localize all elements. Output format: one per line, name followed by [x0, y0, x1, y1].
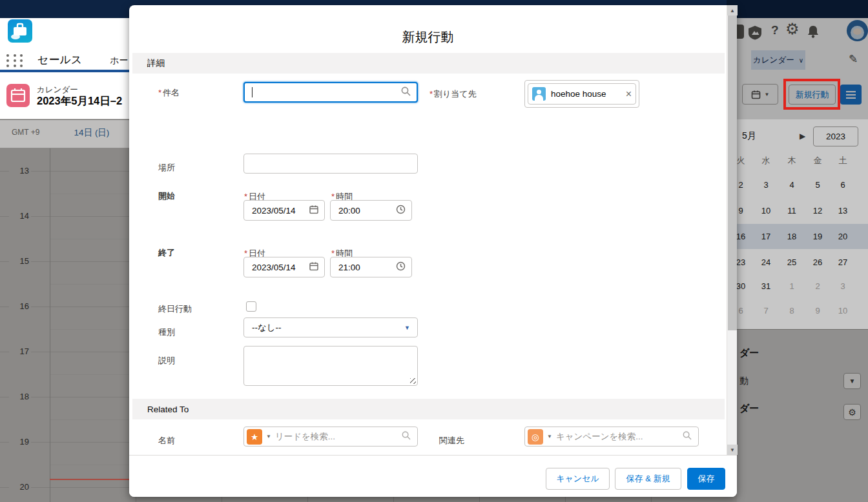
- salesforce-calendar-page: セールス ホー カレンダー 2023年5月14日–2 GMT +9 14日 (日…: [0, 0, 868, 502]
- name-lookup-placeholder: リードを検索...: [275, 431, 398, 443]
- calendar-object-icon: [6, 84, 30, 107]
- search-icon[interactable]: [401, 86, 411, 98]
- search-icon[interactable]: [402, 431, 411, 442]
- chevron-down-icon[interactable]: ▼: [547, 434, 552, 439]
- user-avatar-icon: [532, 87, 546, 101]
- campaign-object-icon[interactable]: ◎: [528, 429, 543, 445]
- description-textarea[interactable]: [243, 346, 418, 386]
- modal-footer: キャンセル 保存 & 新規 保存: [129, 455, 737, 497]
- resize-handle[interactable]: [410, 378, 416, 384]
- clock-icon[interactable]: [396, 261, 406, 273]
- related-to-section-header: Related To: [132, 399, 725, 419]
- start-date-input[interactable]: 2023/05/14: [243, 200, 325, 221]
- type-label: 種別: [158, 326, 175, 338]
- location-input[interactable]: [243, 154, 418, 174]
- required-asterisk: *: [158, 88, 161, 97]
- save-and-new-button[interactable]: 保存 & 新規: [615, 468, 681, 490]
- all-day-checkbox[interactable]: [246, 301, 256, 312]
- save-button[interactable]: 保存: [687, 468, 725, 490]
- chevron-down-icon[interactable]: ▼: [266, 434, 271, 439]
- cancel-button[interactable]: キャンセル: [546, 468, 610, 490]
- search-icon[interactable]: [683, 431, 692, 442]
- modal-scrollbar[interactable]: ▲ ▼: [727, 5, 737, 455]
- text-cursor: [252, 87, 253, 97]
- details-section-header: 詳細: [132, 53, 725, 74]
- scroll-up-arrow[interactable]: ▲: [727, 5, 738, 15]
- scroll-down-arrow[interactable]: ▼: [727, 445, 738, 455]
- related-lookup-placeholder: キャンペーンを検索...: [556, 431, 679, 443]
- app-launcher-icon[interactable]: [6, 54, 26, 67]
- lead-object-icon[interactable]: ★: [247, 429, 262, 445]
- end-label: 終了: [158, 247, 175, 259]
- app-name[interactable]: セールス: [37, 52, 82, 67]
- calendar-icon[interactable]: [309, 262, 318, 273]
- modal-title: 新規行動: [129, 28, 727, 46]
- name-label: 名前: [158, 435, 175, 447]
- nav-tab-home[interactable]: ホー: [110, 55, 128, 66]
- calendar-icon[interactable]: [309, 205, 318, 216]
- annotation-highlight-box: [783, 79, 840, 110]
- assigned-to-label: *割り当て先: [429, 88, 477, 100]
- chevron-down-icon: ▼: [404, 325, 410, 331]
- assignee-name: hoehoe house: [551, 89, 621, 99]
- new-event-modal: 新規行動 詳細 *件名 *割り当て先 hoehoe house × 場所 開始 …: [129, 5, 737, 497]
- start-time-input[interactable]: 20:00: [330, 200, 412, 221]
- end-date-input[interactable]: 2023/05/14: [243, 257, 325, 277]
- related-to-label: 関連先: [439, 435, 464, 447]
- start-label: 開始: [158, 190, 175, 202]
- subject-input[interactable]: [243, 82, 418, 103]
- clock-icon[interactable]: [396, 205, 406, 216]
- type-select[interactable]: --なし-- ▼: [243, 317, 418, 337]
- scrollbar-thumb[interactable]: [728, 15, 737, 330]
- assignee-pill[interactable]: hoehoe house ×: [528, 83, 636, 105]
- assigned-to-field[interactable]: hoehoe house ×: [524, 80, 639, 108]
- end-time-input[interactable]: 21:00: [330, 257, 412, 277]
- remove-assignee-icon[interactable]: ×: [626, 88, 632, 100]
- required-asterisk: *: [429, 89, 433, 99]
- location-label: 場所: [158, 162, 175, 174]
- related-to-lookup-field[interactable]: ◎ ▼ キャンペーンを検索...: [524, 427, 699, 447]
- name-lookup-field[interactable]: ★ ▼ リードを検索...: [243, 427, 418, 447]
- sales-app-icon: [8, 19, 32, 43]
- subject-label: *件名: [158, 87, 180, 99]
- all-day-label: 終日行動: [158, 303, 192, 315]
- page-title: 2023年5月14日–2: [37, 94, 122, 108]
- description-label: 説明: [158, 355, 175, 366]
